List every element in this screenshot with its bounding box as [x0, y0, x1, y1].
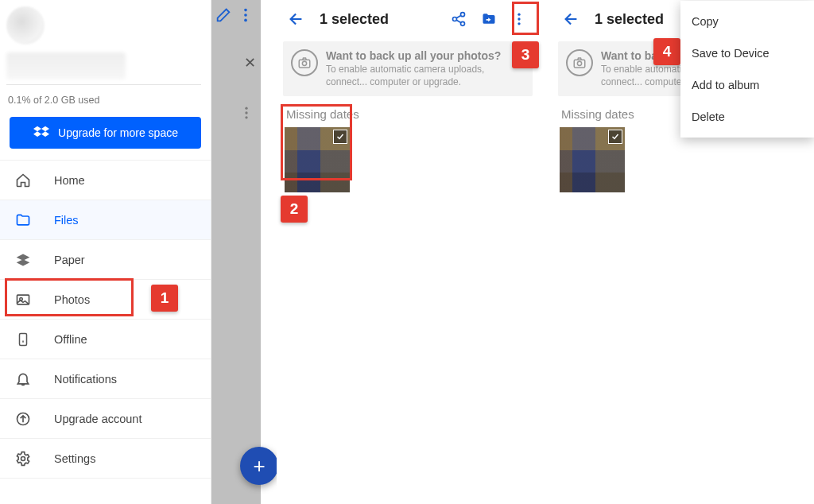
svg-point-16 — [517, 22, 520, 25]
offline-icon — [14, 331, 32, 348]
svg-point-9 — [245, 111, 247, 114]
sidebar-item-label: Files — [54, 214, 79, 227]
divider — [6, 84, 201, 85]
back-button[interactable] — [560, 7, 583, 31]
gear-icon — [14, 450, 32, 467]
sidebar-item-notifications[interactable]: Notifications — [0, 359, 211, 399]
edit-icon — [215, 6, 232, 24]
home-icon — [14, 172, 32, 189]
sidebar-item-label: Settings — [54, 452, 95, 465]
sidebar-item-photos[interactable]: Photos — [0, 280, 211, 320]
svg-point-18 — [302, 61, 306, 65]
menu-item-add-to-album[interactable]: Add to album — [680, 69, 814, 101]
sidebar-item-label: Upgrade account — [54, 413, 141, 425]
sidebar-item-paper[interactable]: Paper — [0, 240, 211, 280]
banner-subtitle: To enable automatic camera uploads, conn… — [326, 64, 525, 88]
svg-point-13 — [461, 21, 465, 25]
svg-point-8 — [245, 107, 247, 110]
menu-item-save-to-device[interactable]: Save to Device — [680, 37, 814, 69]
svg-point-10 — [245, 116, 247, 118]
plus-icon: + — [253, 454, 265, 479]
bell-icon — [14, 370, 32, 388]
sidebar-item-settings[interactable]: Settings — [0, 439, 211, 479]
more-vert-icon — [238, 105, 254, 121]
menu-item-copy[interactable]: Copy — [680, 6, 814, 37]
upgrade-button-label: Upgrade for more space — [58, 126, 178, 139]
folder-icon — [14, 211, 32, 229]
dropbox-icon — [33, 124, 50, 142]
sidebar-drawer: 0.1% of 2.0 GB used Upgrade for more spa… — [0, 0, 211, 504]
close-icon: ✕ — [244, 54, 256, 72]
checkmark-icon — [608, 130, 622, 144]
svg-point-6 — [244, 14, 247, 17]
more-vert-icon — [237, 6, 254, 24]
upgrade-icon — [14, 410, 32, 428]
photos-icon — [14, 291, 32, 308]
sidebar-item-label: Photos — [54, 293, 90, 306]
svg-point-15 — [517, 17, 520, 20]
sidebar-item-upgrade-account[interactable]: Upgrade account — [0, 399, 211, 439]
checkmark-icon — [333, 130, 347, 144]
svg-rect-2 — [20, 333, 27, 345]
svg-point-12 — [453, 17, 457, 21]
banner-title: Want to back up all your photos? — [326, 49, 525, 62]
camera-icon — [291, 49, 318, 76]
storage-usage-text: 0.1% of 2.0 GB used — [8, 95, 211, 106]
sidebar-item-offline[interactable]: Offline — [0, 320, 211, 359]
paper-icon — [14, 251, 32, 269]
fab-add-button[interactable]: + — [240, 447, 278, 485]
svg-point-14 — [517, 14, 520, 16]
sidebar-item-label: Notifications — [54, 373, 117, 386]
svg-point-11 — [461, 13, 465, 17]
photo-thumbnail-selected[interactable] — [560, 127, 625, 192]
backup-banner[interactable]: Want to back up all your photos? To enab… — [283, 41, 533, 96]
topbar-title: 1 selected — [320, 11, 440, 28]
account-name-blur — [6, 52, 126, 79]
photos-screen-with-menu: 1 selected Want to back up all your phot… — [552, 0, 814, 504]
sidebar-item-files[interactable]: Files — [0, 200, 211, 240]
upgrade-button[interactable]: Upgrade for more space — [10, 117, 201, 149]
sidebar-item-label: Home — [54, 174, 85, 187]
sidebar-item-label: Paper — [54, 254, 85, 266]
sidebar-item-label: Offline — [54, 333, 87, 346]
sidebar-nav: Home Files Paper Photos Offline — [0, 160, 211, 479]
more-options-button[interactable] — [507, 7, 531, 31]
photo-thumbnail-selected[interactable] — [285, 127, 350, 192]
menu-item-delete[interactable]: Delete — [680, 101, 814, 133]
background-dim: ✕ + — [211, 0, 261, 504]
svg-point-20 — [577, 61, 581, 65]
topbar: 1 selected — [277, 0, 539, 38]
sidebar-item-home[interactable]: Home — [0, 161, 211, 200]
camera-icon — [566, 49, 593, 76]
section-header: Missing dates — [286, 107, 539, 121]
svg-point-4 — [21, 456, 25, 460]
context-menu: Copy Save to Device Add to album Delete — [680, 1, 814, 138]
move-button[interactable] — [477, 7, 501, 31]
back-button[interactable] — [285, 7, 308, 31]
svg-point-5 — [244, 9, 247, 12]
svg-point-7 — [244, 19, 247, 22]
share-button[interactable] — [447, 7, 471, 31]
photos-screen-selected: 1 selected Want to back up all your phot… — [277, 0, 539, 504]
avatar — [6, 6, 45, 45]
